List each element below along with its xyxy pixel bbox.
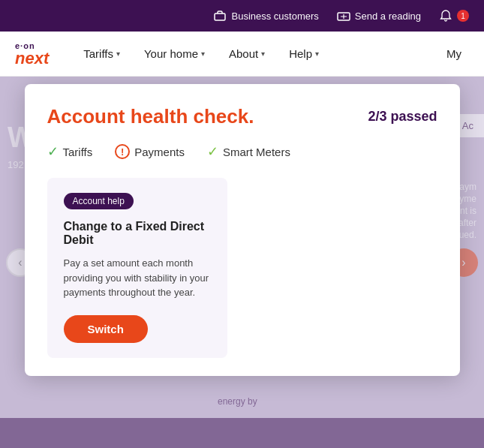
briefcase-icon xyxy=(213,9,227,23)
send-reading-link[interactable]: Send a reading xyxy=(337,9,421,23)
account-help-card: Account help Change to a Fixed Direct De… xyxy=(47,178,227,358)
check-warn-icon: ! xyxy=(115,144,130,159)
chevron-down-icon: ▾ xyxy=(116,50,120,58)
nav-tariffs[interactable]: Tariffs ▾ xyxy=(71,32,132,77)
top-bar: Business customers Send a reading 1 xyxy=(0,0,484,32)
nav-my[interactable]: My xyxy=(439,47,469,60)
account-health-modal: Account health check. 2/3 passed ✓ Tarif… xyxy=(25,84,460,376)
modal-overlay: Account health check. 2/3 passed ✓ Tarif… xyxy=(0,77,484,448)
nav-help[interactable]: Help ▾ xyxy=(277,32,331,77)
check-payments: ! Payments xyxy=(115,144,185,159)
main-background: We 192 G Ac ‹ › t paym payme ment is s a… xyxy=(0,77,484,448)
check-ok-icon: ✓ xyxy=(47,143,59,160)
check-tariffs-label: Tariffs xyxy=(63,146,93,158)
nav-about[interactable]: About ▾ xyxy=(217,32,277,77)
check-items-row: ✓ Tariffs ! Payments ✓ Smart Meters xyxy=(47,143,437,160)
nav-your-home-label: Your home xyxy=(144,47,198,60)
send-reading-label: Send a reading xyxy=(355,11,421,22)
svg-rect-0 xyxy=(215,14,225,20)
switch-button[interactable]: Switch xyxy=(64,315,148,343)
logo-next: next xyxy=(15,50,49,67)
card-title: Change to a Fixed Direct Debit xyxy=(64,220,211,247)
nav-tariffs-label: Tariffs xyxy=(83,47,113,60)
check-smart-meters-label: Smart Meters xyxy=(223,146,290,158)
nav-about-label: About xyxy=(229,47,258,60)
check-smart-meters: ✓ Smart Meters xyxy=(207,143,290,160)
check-tariffs: ✓ Tariffs xyxy=(47,143,93,160)
business-customers-link[interactable]: Business customers xyxy=(213,9,318,23)
bell-icon xyxy=(439,9,452,23)
modal-title: Account health check. xyxy=(47,105,254,128)
card-tag: Account help xyxy=(64,193,134,209)
notification-count: 1 xyxy=(457,10,469,22)
nav-bar: e·on next Tariffs ▾ Your home ▾ About ▾ … xyxy=(0,32,484,77)
chevron-down-icon: ▾ xyxy=(201,50,205,58)
business-customers-label: Business customers xyxy=(231,11,318,22)
logo[interactable]: e·on next xyxy=(15,41,49,67)
nav-your-home[interactable]: Your home ▾ xyxy=(132,32,217,77)
chevron-down-icon: ▾ xyxy=(261,50,265,58)
modal-passed: 2/3 passed xyxy=(368,109,437,125)
modal-header: Account health check. 2/3 passed xyxy=(47,105,437,128)
notification-bell[interactable]: 1 xyxy=(439,9,469,23)
nav-right: My xyxy=(439,47,469,60)
check-payments-label: Payments xyxy=(134,146,185,158)
nav-help-label: Help xyxy=(289,47,312,60)
chevron-down-icon: ▾ xyxy=(315,50,319,58)
card-desc: Pay a set amount each month providing yo… xyxy=(64,256,211,300)
check-ok-icon-2: ✓ xyxy=(207,143,218,160)
meter-icon xyxy=(337,9,350,23)
